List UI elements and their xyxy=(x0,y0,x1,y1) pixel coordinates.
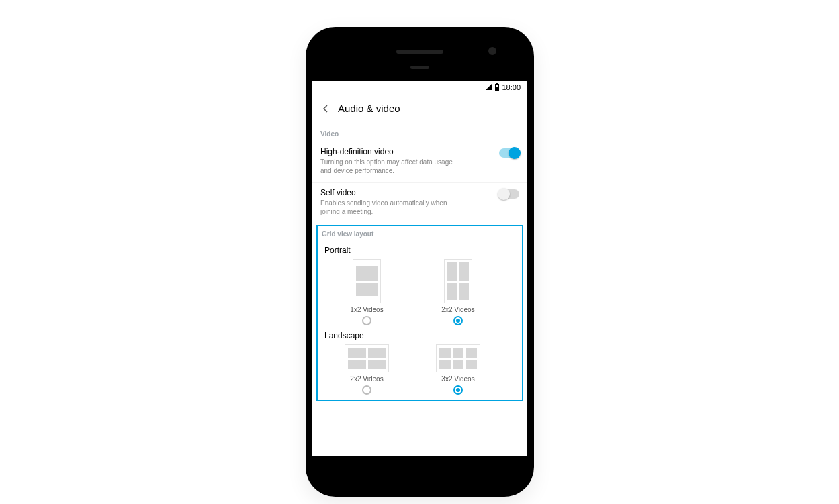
option-caption: 1x2 Videos xyxy=(350,306,383,313)
setting-title: High-definition video xyxy=(320,147,492,156)
setting-row-hd-video[interactable]: High-definition video Turning on this op… xyxy=(312,142,527,183)
section-header-video: Video xyxy=(312,123,527,142)
setting-desc: Enables sending video automatically when… xyxy=(320,199,461,216)
portrait-option-2x2[interactable]: 2x2 Videos xyxy=(421,259,495,325)
radio-landscape-2x2[interactable] xyxy=(362,385,371,395)
radio-portrait-1x2[interactable] xyxy=(362,316,371,325)
setting-title: Self video xyxy=(320,188,492,197)
status-time: 18:00 xyxy=(502,83,521,91)
phone-frame: 18:00 Audio & video Video High-definitio… xyxy=(306,27,534,497)
layout-thumb-l3x2-icon xyxy=(436,344,480,372)
grid-view-layout-section: Grid view layout Portrait 1x2 Videos xyxy=(316,225,523,401)
landscape-label: Landscape xyxy=(318,327,522,343)
setting-row-self-video[interactable]: Self video Enables sending video automat… xyxy=(312,183,527,223)
radio-landscape-3x2[interactable] xyxy=(453,385,463,395)
setting-desc: Turning on this option may affect data u… xyxy=(320,158,461,175)
page-title: Audio & video xyxy=(338,103,400,114)
back-icon[interactable] xyxy=(320,103,331,114)
option-caption: 2x2 Videos xyxy=(441,306,474,313)
section-header-grid: Grid view layout xyxy=(318,226,522,242)
portrait-option-1x2[interactable]: 1x2 Videos xyxy=(330,259,404,325)
option-caption: 2x2 Videos xyxy=(350,375,383,383)
svg-marker-0 xyxy=(486,83,492,90)
app-bar: Audio & video xyxy=(312,94,527,123)
status-bar: 18:00 xyxy=(312,81,527,94)
radio-portrait-2x2[interactable] xyxy=(453,316,463,325)
toggle-hd-video[interactable] xyxy=(499,148,519,158)
toggle-self-video[interactable] xyxy=(499,189,519,199)
landscape-option-3x2[interactable]: 3x2 Videos xyxy=(421,344,495,395)
battery-icon xyxy=(495,84,499,91)
layout-thumb-2x2-icon xyxy=(444,259,472,303)
layout-thumb-l2x2-icon xyxy=(345,344,389,372)
portrait-label: Portrait xyxy=(318,242,522,258)
portrait-options: 1x2 Videos 2x2 Videos xyxy=(318,258,522,327)
landscape-options: 2x2 Videos 3x2 Videos xyxy=(318,343,522,396)
layout-thumb-1x2-icon xyxy=(353,259,381,303)
signal-icon xyxy=(486,83,492,91)
option-caption: 3x2 Videos xyxy=(441,375,474,383)
phone-screen: 18:00 Audio & video Video High-definitio… xyxy=(312,81,527,456)
landscape-option-2x2[interactable]: 2x2 Videos xyxy=(330,344,404,395)
